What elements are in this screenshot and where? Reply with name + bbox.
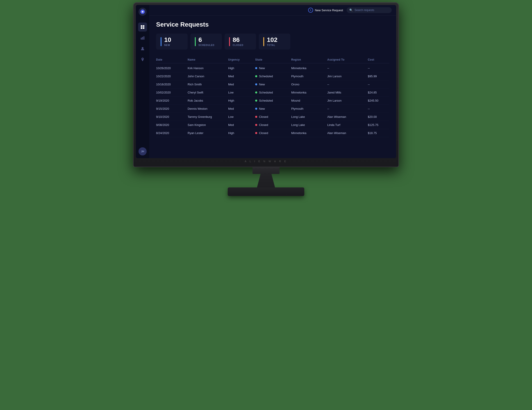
svg-rect-2 — [143, 25, 144, 27]
cell-state: Closed — [255, 131, 291, 135]
svg-rect-7 — [143, 36, 144, 40]
stats-row: 10 NEW 6 SCHEDULED — [156, 34, 390, 49]
requests-table: Date Name Urgency State Region Assigned … — [156, 56, 390, 137]
svg-rect-4 — [143, 27, 144, 29]
cell-state: Scheduled — [255, 91, 291, 94]
table-body: 10/26/2020 Kirk Hanson High New Minneton… — [156, 64, 390, 137]
cell-region: Minnetonka — [291, 131, 327, 135]
stat-label-new: NEW — [164, 44, 171, 46]
table-row[interactable]: 10/22/2020 John Carson Med Scheduled Ply… — [156, 72, 390, 80]
svg-point-0 — [142, 11, 143, 13]
cell-urgency: Low — [228, 115, 255, 118]
cell-cost: -- — [368, 67, 395, 70]
table-row[interactable]: 10/16/2020 Rich Smith Med New Orono -- -… — [156, 80, 390, 88]
cell-state: New — [255, 67, 291, 70]
cell-assigned: -- — [327, 67, 368, 70]
logo-icon — [140, 10, 145, 14]
cell-state: New — [255, 107, 291, 110]
cell-region: Minnetonka — [291, 67, 327, 70]
status-dot — [255, 132, 257, 134]
cell-region: Plymouth — [291, 75, 327, 78]
status-dot — [255, 75, 257, 77]
status-dot — [255, 91, 257, 94]
cell-cost: $245.50 — [368, 99, 395, 102]
cell-date: 10/02/2020 — [156, 91, 188, 94]
stat-accent-total — [263, 37, 264, 46]
status-dot — [255, 124, 257, 126]
monitor-base — [228, 187, 304, 196]
sidebar-logo — [139, 8, 147, 16]
svg-rect-1 — [141, 25, 142, 27]
status-dot — [255, 100, 257, 102]
cell-region: Plymouth — [291, 107, 327, 110]
col-cost: Cost — [368, 58, 395, 61]
cell-state: Scheduled — [255, 99, 291, 102]
stat-label-scheduled: SCHEDULED — [199, 44, 214, 46]
cell-state: Closed — [255, 123, 291, 127]
cell-cost: $18.75 — [368, 131, 395, 135]
cell-cost: $125.75 — [368, 123, 395, 127]
new-request-button[interactable]: + New Service Request — [308, 8, 343, 13]
cell-assigned: Jim Larson — [327, 75, 368, 78]
user-avatar[interactable]: JH — [139, 147, 147, 155]
svg-point-8 — [142, 47, 143, 49]
search-input[interactable] — [354, 9, 389, 12]
sidebar-item-location[interactable] — [138, 55, 147, 64]
table-row[interactable]: 9/08/2020 Sam Kingston Med Closed Long L… — [156, 121, 390, 129]
cell-name: Ryan Lester — [188, 131, 228, 135]
cell-cost: -- — [368, 107, 395, 110]
col-urgency: Urgency — [228, 58, 255, 61]
cell-assigned: Jim Larson — [327, 99, 368, 102]
cell-date: 10/16/2020 — [156, 83, 188, 86]
cell-assigned: Jared Mills — [327, 91, 368, 94]
cell-urgency: Med — [228, 107, 255, 110]
stat-label-closed: CLOSED — [233, 44, 244, 46]
col-region: Region — [291, 58, 327, 61]
monitor-stand-neck — [257, 174, 275, 187]
table-row[interactable]: 9/10/2020 Tammy Greenburg Low Closed Lon… — [156, 113, 390, 121]
stat-number-closed: 86 — [233, 37, 244, 43]
table-header: Date Name Urgency State Region Assigned … — [156, 56, 390, 63]
cell-cost: $95.99 — [368, 75, 395, 78]
cell-name: Rich Smith — [188, 83, 228, 86]
cell-date: 10/22/2020 — [156, 75, 188, 78]
table-row[interactable]: 10/26/2020 Kirk Hanson High New Minneton… — [156, 64, 390, 72]
cell-state: Scheduled — [255, 75, 291, 78]
cell-assigned: Linda Turf — [327, 123, 368, 127]
monitor-brand: A L I E N W A R E — [136, 160, 396, 163]
stat-number-new: 10 — [164, 37, 171, 43]
cell-date: 9/19/2020 — [156, 99, 188, 102]
cell-assigned: Alan Wiseman — [327, 131, 368, 135]
cell-urgency: Med — [228, 123, 255, 127]
search-box[interactable]: 🔍 — [347, 7, 392, 13]
status-dot — [255, 83, 257, 85]
cell-urgency: High — [228, 67, 255, 70]
sidebar-item-dashboard[interactable] — [138, 22, 147, 31]
cell-assigned: -- — [327, 83, 368, 86]
page-content: Service Requests 10 NEW — [149, 16, 396, 158]
stat-accent-scheduled — [195, 37, 196, 46]
sidebar-item-charts[interactable] — [138, 33, 147, 42]
cell-name: Sam Kingston — [188, 123, 228, 127]
table-row[interactable]: 9/19/2020 Rob Jacobs High Scheduled Moun… — [156, 97, 390, 105]
cell-state: Closed — [255, 115, 291, 118]
svg-rect-3 — [141, 27, 142, 29]
sidebar-item-people[interactable] — [138, 44, 147, 53]
sidebar-nav — [138, 22, 147, 147]
status-dot — [255, 108, 257, 110]
table-row[interactable]: 10/02/2020 Cheryl Swift Low Scheduled Mi… — [156, 88, 390, 97]
table-row[interactable]: 8/24/2020 Ryan Lester High Closed Minnet… — [156, 129, 390, 137]
cell-assigned: Alan Wiseman — [327, 115, 368, 118]
cell-urgency: High — [228, 99, 255, 102]
cell-date: 10/26/2020 — [156, 67, 188, 70]
sidebar: JH — [136, 5, 149, 158]
cell-date: 9/08/2020 — [156, 123, 188, 127]
stat-card-scheduled: 6 SCHEDULED — [190, 34, 222, 49]
cell-cost: $24.85 — [368, 91, 395, 94]
cell-name: Kirk Hanson — [188, 67, 228, 70]
status-dot — [255, 116, 257, 118]
stat-number-total: 102 — [267, 37, 277, 43]
cell-urgency: Med — [228, 75, 255, 78]
monitor-stand-top — [253, 167, 279, 174]
table-row[interactable]: 9/15/2020 Dennis Weston Med New Plymouth… — [156, 105, 390, 113]
